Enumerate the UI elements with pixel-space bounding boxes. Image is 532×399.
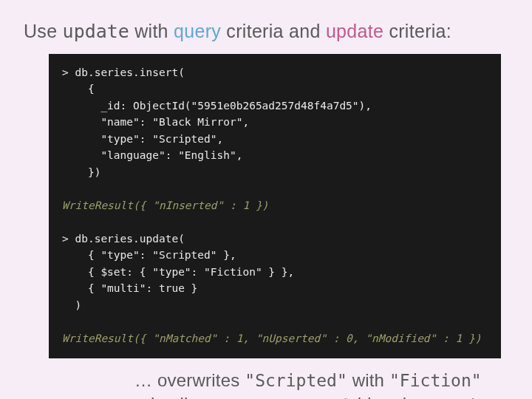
code-line: { "multi": true } [62,282,197,294]
caption-scripted: "Scripted" [245,371,347,390]
code-line: "name": "Black Mirror", [62,116,249,128]
caption-text: with [347,370,389,390]
code-block: > db.series.insert( { _id: ObjectId("595… [49,54,501,358]
caption-fiction: "Fiction" [389,371,482,390]
code-line: > db.series.insert( [62,66,185,78]
caption-text: … overwrites [134,370,245,390]
code-line: ) [62,299,81,311]
code-line: }) [62,166,100,178]
code-line: { [62,83,95,95]
code-line: { "type": "Scripted" }, [62,249,236,261]
heading-text-mid1: with [129,21,174,41]
caption-text: in all [151,394,193,399]
code-result: WriteResult({ "nInserted" : 1 }) [62,200,268,211]
code-result: WriteResult({ "nMatched" : 1, "nUpserted… [62,332,481,344]
heading-update-highlight: update [326,21,383,41]
slide-heading: Use update with query criteria and updat… [24,21,508,42]
code-line: > db.series.update( [62,233,185,245]
code-line: { $set: { "type": "Fiction" } }, [62,266,294,278]
caption-line-1: … overwrites "Scripted" with "Fiction" [134,369,508,392]
heading-query-highlight: query [174,21,221,41]
heading-text-post: criteria: [383,21,451,41]
slide-caption: … overwrites "Scripted" with "Fiction" i… [134,369,508,399]
code-line: "language": "English", [62,149,242,161]
heading-update-keyword-1: update [63,21,129,42]
code-line: _id: ObjectId("5951e0b265ad257d48f4a7d5"… [62,100,372,112]
caption-line-2: in all ("multi": true) matching document… [134,392,508,399]
code-line: "type": "Scripted", [62,133,223,145]
heading-text-pre: Use [24,21,63,41]
heading-text-mid2: criteria and [221,21,326,41]
caption-text: matching documents [313,394,485,399]
